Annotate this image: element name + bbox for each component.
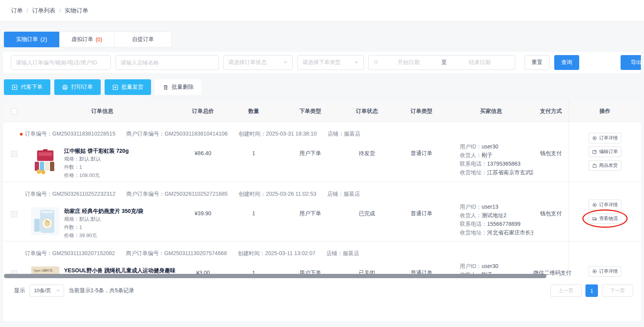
meta-label: 商户订单编号：	[126, 191, 165, 197]
breadcrumb-item-orders[interactable]: 订单	[11, 7, 23, 14]
view-logistics-button[interactable]: 查看物流	[589, 213, 621, 224]
row-checkbox[interactable]	[11, 151, 17, 157]
created-time: 2025-03-26 11:02:53	[266, 191, 316, 197]
buyer-address: 河北省石家庄市长安区	[487, 229, 533, 236]
row-checkbox[interactable]	[11, 211, 17, 217]
tab-pickup-orders[interactable]: 自提订单	[115, 32, 172, 47]
order-detail-button[interactable]: 订单详情	[589, 200, 621, 210]
proxy-order-button[interactable]: 代客下单	[4, 79, 50, 95]
meta-label: 创建时间：	[238, 130, 266, 137]
action-label: 订单详情	[599, 135, 618, 141]
meta-label: 店铺：	[327, 130, 344, 137]
buyer-receiver: 刚子	[482, 152, 493, 158]
buyer-label: 收货人：	[460, 212, 482, 218]
order-mode: 用户下单	[281, 210, 340, 217]
tab-label: 虚拟订单	[71, 36, 93, 43]
tab-physical-orders[interactable]: 实物订单 (2)	[4, 32, 59, 47]
plus-square-icon	[112, 84, 118, 90]
pieces-label: 件数：	[64, 164, 79, 170]
next-page-button[interactable]: 下一页	[602, 284, 633, 297]
prev-page-button[interactable]: 上一页	[550, 284, 582, 297]
meta-label: 订单编号：	[25, 130, 52, 137]
edit-order-button[interactable]: 编辑订单	[589, 147, 621, 157]
payment-method: 钱包支付	[533, 210, 569, 217]
tab-label: 实物订单	[16, 36, 38, 43]
buyer-label: 收货地址：	[460, 169, 487, 175]
buyer-label: 用户ID：	[460, 143, 482, 150]
product-image	[31, 207, 59, 235]
horizontal-scrollbar[interactable]	[4, 274, 546, 278]
order-number: GM250326110252232312	[52, 191, 116, 197]
header-order-category: 订单类型	[394, 108, 449, 115]
header-order-info: 订单信息	[25, 108, 180, 115]
meta-label: 商户订单编号：	[126, 130, 165, 137]
order-quantity: 1	[226, 210, 281, 216]
tab-label: 自提订单	[132, 36, 154, 43]
table-row: 订单编号：GM250326110252232312 商户订单编号：GM25032…	[3, 182, 641, 241]
button-label: 批量发货	[121, 84, 143, 91]
tab-count: (0)	[96, 36, 102, 43]
pieces-value: 1	[79, 224, 82, 230]
order-meta: 订单编号：GM250311130207152082 商户订单编号：GM25031…	[3, 241, 569, 260]
product-title[interactable]: 江中猴姑 饼干彩虹装 720g	[64, 147, 129, 155]
tab-virtual-orders[interactable]: 虚拟订单 (0)	[59, 32, 115, 47]
ship-product-button[interactable]: 商品发货	[589, 160, 621, 171]
action-label: 订单详情	[599, 268, 618, 275]
created-time: 2025-03-31 18:38:10	[266, 130, 317, 137]
trash-icon	[163, 84, 169, 90]
export-button[interactable]: 导出	[621, 55, 641, 70]
select-placeholder: 请选择下单类型	[302, 59, 341, 66]
meta-label: 创建时间：	[238, 250, 265, 256]
chevron-down-icon	[283, 59, 288, 66]
truck-icon	[592, 216, 597, 221]
unread-dot	[20, 133, 23, 136]
merchant-order-number: GM250326110252721685	[165, 191, 228, 197]
action-label: 订单详情	[599, 202, 618, 208]
order-mode-select[interactable]: 请选择下单类型	[297, 55, 364, 70]
product-title[interactable]: YESOUL野小兽 跳绳机儿童成人运动健身趣味	[64, 266, 175, 274]
order-status-select[interactable]: 请选择订单状态	[223, 55, 293, 70]
select-all-checkbox[interactable]	[11, 108, 17, 114]
merchant-order-number: GM250331183810414106	[165, 130, 228, 137]
page-size-select[interactable]: 10条/页	[30, 284, 64, 297]
table-row: 订单编号：GM250311130207152082 商户订单编号：GM25031…	[3, 241, 641, 278]
print-order-button[interactable]: 打印订单	[54, 79, 101, 95]
search-button[interactable]: 查询	[554, 55, 579, 70]
header-quantity: 数量	[226, 108, 281, 115]
meta-label: 订单编号：	[25, 191, 52, 197]
pieces-label: 件数：	[64, 224, 79, 230]
date-range-picker[interactable]: 开始日期 至 结束日期	[368, 55, 515, 70]
price-label: 价格：	[64, 232, 79, 238]
display-label: 显示	[14, 287, 25, 294]
select-placeholder: 请选择订单状态	[228, 59, 267, 66]
batch-delete-button[interactable]: 批量删除	[155, 79, 201, 95]
spec-value: 默认:默认	[79, 216, 101, 222]
header-buyer-info: 买家信息	[449, 108, 533, 115]
buyer-phone: 15566778899	[487, 221, 521, 227]
reset-button[interactable]: 重置	[525, 55, 550, 70]
page-number-1[interactable]: 1	[585, 284, 598, 297]
batch-toolbar: 代客下单 打印订单 批量发货 批量删除	[4, 79, 644, 95]
buyer-receiver: 测试地址2	[482, 212, 507, 218]
shop-search-input[interactable]	[116, 55, 219, 70]
row-actions: 订单详情 编辑订单 商品发货	[569, 122, 641, 182]
action-label: 商品发货	[599, 162, 618, 169]
header-order-mode: 下单类型	[281, 108, 340, 115]
batch-ship-button[interactable]: 批量发货	[105, 79, 151, 95]
order-meta: 订单编号：GM250331183810228515 商户订单编号：GM25033…	[3, 122, 569, 141]
order-detail-button[interactable]: 订单详情	[589, 133, 621, 143]
order-search-input[interactable]	[11, 55, 111, 70]
payment-method: 钱包支付	[533, 150, 569, 157]
header-payment: 支付方式	[533, 108, 569, 115]
spec-label: 规格：	[64, 216, 79, 222]
breadcrumb-item-order-list[interactable]: 订单列表	[32, 7, 55, 14]
product-title[interactable]: 劲家庄 经典牛奶燕麦片 350克/袋	[64, 207, 143, 215]
order-number: GM250331183810228515	[52, 130, 116, 137]
tab-count: (2)	[40, 36, 47, 43]
spec-value: 默认:默认	[79, 156, 101, 162]
row-actions: 订单详情 查看物流	[569, 182, 641, 241]
order-detail-button[interactable]: 订单详情	[589, 266, 621, 277]
date-end-placeholder: 结束日期	[449, 59, 510, 66]
order-total: ¥86.40	[180, 150, 226, 156]
printer-icon	[62, 84, 68, 90]
